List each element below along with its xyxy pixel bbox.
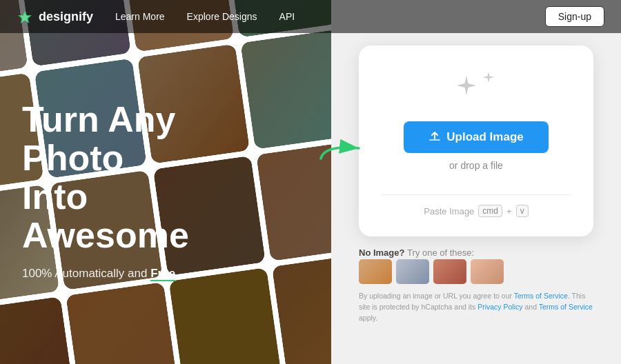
tos-link-2[interactable]: Terms of Service [539, 303, 593, 311]
upload-card: Upload Image 🖱 or drop a file Paste Imag… [359, 46, 593, 236]
sample-thumbnails [359, 259, 593, 284]
nav-api[interactable]: API [279, 11, 295, 22]
upload-icon [428, 131, 441, 143]
sample-thumb[interactable] [396, 259, 429, 284]
logo[interactable]: designify [17, 8, 93, 25]
tos-link[interactable]: Terms of Service [514, 292, 568, 300]
signup-button[interactable]: Sign-up [545, 6, 604, 27]
sample-thumb[interactable] [433, 259, 466, 284]
sparkle-icon [455, 70, 497, 109]
logo-text: designify [39, 10, 93, 24]
paste-key-v: v [516, 205, 529, 217]
paste-key-cmd: cmd [478, 205, 502, 217]
cursor-icon: 🖱 [566, 223, 582, 241]
nav-links: Learn More Explore Designs API [115, 11, 545, 22]
upload-image-button[interactable]: Upload Image 🖱 [404, 121, 548, 153]
logo-icon [17, 8, 33, 25]
or-drop-text: or drop a file [449, 160, 503, 171]
paste-row: Paste Image cmd + v [424, 205, 528, 217]
no-image-label: No Image? Try one of these: [359, 247, 593, 258]
nav-learn-more[interactable]: Learn More [115, 11, 165, 22]
navbar: designify Learn More Explore Designs API… [0, 0, 621, 33]
paste-plus: + [506, 206, 512, 216]
sample-thumb[interactable] [471, 259, 504, 284]
left-panel: Turn Any Photo Into Awesome 100% Automat… [0, 0, 331, 364]
arrow-container [317, 134, 366, 165]
hero-free-text: Free [150, 267, 175, 281]
no-image-section: No Image? Try one of these: By uploading… [359, 247, 593, 323]
hero-title: Turn Any Photo Into Awesome [22, 100, 309, 255]
hero-overlay: Turn Any Photo Into Awesome 100% Automat… [0, 0, 331, 364]
paste-label: Paste Image [424, 206, 474, 216]
sample-thumb[interactable] [359, 259, 392, 284]
privacy-link[interactable]: Privacy Policy [477, 303, 522, 311]
hero-subtitle: 100% Automatically and Free [22, 267, 309, 281]
svg-rect-3 [429, 139, 440, 141]
tos-text: By uploading an image or URL you agree t… [359, 291, 593, 323]
right-panel: Upload Image 🖱 or drop a file Paste Imag… [331, 0, 621, 364]
nav-explore-designs[interactable]: Explore Designs [187, 11, 257, 22]
divider [381, 194, 571, 195]
